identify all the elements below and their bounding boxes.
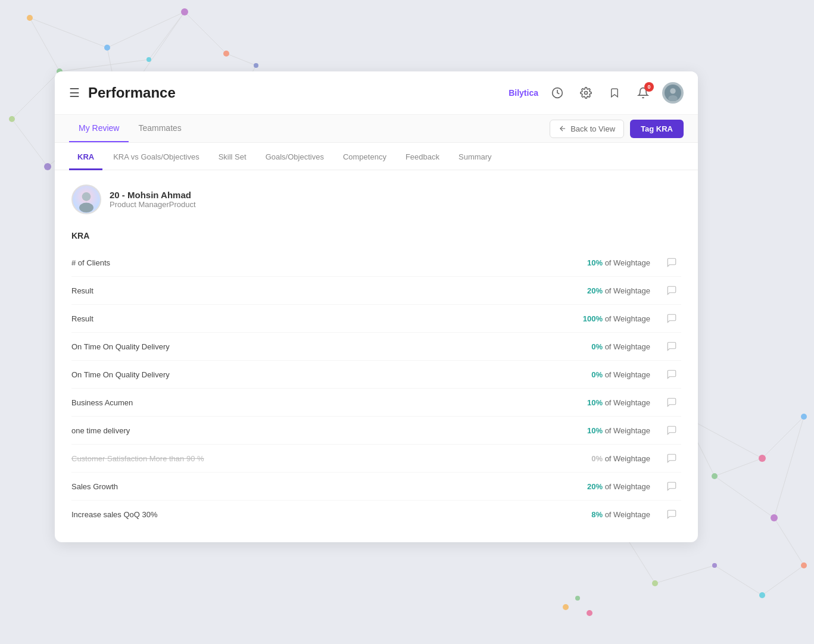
svg-line-1 [107, 12, 185, 48]
kra-row: one time delivery10% of Weightage [71, 417, 681, 445]
sub-nav-my-review[interactable]: My Review [69, 115, 129, 142]
svg-line-2 [30, 18, 60, 71]
back-to-view-button[interactable]: Back to View [550, 120, 624, 138]
kra-row-percent: 100% [583, 314, 603, 323]
kra-row-percent: 8% [591, 510, 603, 519]
svg-point-48 [759, 592, 765, 598]
kra-comment-icon[interactable] [662, 425, 681, 436]
svg-point-49 [712, 563, 717, 568]
svg-line-11 [12, 119, 48, 167]
kra-row-weight: 100% of Weightage [567, 314, 662, 323]
kra-comment-icon[interactable] [662, 285, 681, 296]
tab-kra[interactable]: KRA [69, 143, 102, 170]
kra-row-weight-label: of Weightage [603, 258, 650, 267]
kra-row-name: Result [71, 286, 567, 295]
kra-row-percent: 20% [587, 286, 603, 295]
kra-comment-icon[interactable] [662, 453, 681, 464]
svg-line-0 [30, 18, 107, 48]
kra-comment-icon[interactable] [662, 397, 681, 408]
kra-row-weight-label: of Weightage [603, 454, 650, 463]
svg-point-21 [146, 57, 151, 62]
kra-row-weight: 20% of Weightage [567, 482, 662, 491]
kra-row-percent: 0% [591, 370, 603, 379]
svg-line-7 [149, 12, 185, 60]
svg-line-40 [625, 536, 655, 583]
tab-feedback[interactable]: Feedback [397, 143, 448, 170]
svg-line-10 [12, 71, 60, 119]
kra-comment-icon[interactable] [662, 257, 681, 268]
svg-line-33 [715, 458, 762, 476]
kra-comment-icon[interactable] [662, 341, 681, 352]
kra-comment-icon[interactable] [662, 369, 681, 380]
kra-comment-icon[interactable] [662, 509, 681, 520]
tab-skill-set[interactable]: Skill Set [210, 143, 255, 170]
sub-nav-teammates[interactable]: Teammates [129, 115, 191, 142]
kra-row-weight: 0% of Weightage [567, 454, 662, 463]
kra-row: On Time On Quality Delivery0% of Weighta… [71, 333, 681, 361]
kra-row-weight-label: of Weightage [603, 510, 650, 519]
kra-row-name: # of Clients [71, 258, 567, 267]
kra-row-weight-label: of Weightage [603, 398, 650, 407]
kra-row-name: On Time On Quality Delivery [71, 342, 567, 351]
svg-point-59 [587, 610, 592, 616]
svg-point-43 [759, 455, 766, 462]
tab-competency[interactable]: Competency [335, 143, 395, 170]
kra-comment-icon[interactable] [662, 481, 681, 492]
kra-section-label: KRA [71, 231, 681, 240]
hamburger-icon[interactable]: ☰ [69, 86, 80, 100]
svg-point-61 [585, 92, 588, 95]
kra-row-weight-label: of Weightage [603, 482, 650, 491]
kra-row-weight-label: of Weightage [603, 342, 650, 351]
tabs: KRA KRA vs Goals/Objectives Skill Set Go… [55, 143, 698, 170]
kra-row-weight: 10% of Weightage [567, 426, 662, 435]
kra-row-weight: 8% of Weightage [567, 510, 662, 519]
kra-row: Sales Growth20% of Weightage [71, 473, 681, 501]
kra-row-weight-label: of Weightage [603, 426, 650, 435]
kra-row-weight-label: of Weightage [603, 370, 650, 379]
svg-line-35 [774, 417, 804, 518]
gear-icon[interactable] [576, 83, 595, 102]
svg-point-47 [801, 562, 807, 568]
kra-row-weight: 0% of Weightage [567, 370, 662, 379]
svg-line-6 [60, 60, 149, 71]
tab-kra-vs-goals[interactable]: KRA vs Goals/Objectives [105, 143, 208, 170]
kra-row: # of Clients10% of Weightage [71, 249, 681, 277]
svg-point-57 [563, 604, 569, 610]
bell-icon[interactable]: 0 [634, 83, 653, 102]
kra-comment-icon[interactable] [662, 313, 681, 324]
kra-row: Customer Satisfaction More than 90 %0% o… [71, 445, 681, 473]
user-details: 20 - Mohsin Ahmad Product ManagerProduct [110, 190, 196, 209]
kra-row: Result20% of Weightage [71, 277, 681, 305]
clock-icon[interactable] [548, 83, 567, 102]
svg-point-17 [104, 45, 110, 51]
kra-row-name: one time delivery [71, 426, 567, 435]
svg-point-23 [254, 63, 258, 68]
tab-summary[interactable]: Summary [450, 143, 500, 170]
kra-row-weight: 10% of Weightage [567, 398, 662, 407]
tag-kra-button[interactable]: Tag KRA [630, 120, 684, 138]
kra-row: Result100% of Weightage [71, 305, 681, 333]
app-header: ☰ Performance Bilytica [55, 71, 698, 115]
svg-point-58 [575, 596, 580, 601]
kra-row-name: Result [71, 314, 567, 323]
svg-line-38 [715, 565, 762, 595]
kra-row-percent: 10% [587, 398, 603, 407]
svg-point-22 [223, 51, 229, 57]
kra-row-percent: 20% [587, 482, 603, 491]
bookmark-icon[interactable] [605, 83, 624, 102]
kra-row-name: On Time On Quality Delivery [71, 370, 567, 379]
user-name: 20 - Mohsin Ahmad [110, 190, 196, 200]
sub-nav-right: Back to View Tag KRA [550, 120, 684, 138]
svg-line-37 [762, 565, 804, 595]
svg-line-9 [226, 54, 256, 65]
tab-goals-objectives[interactable]: Goals/Objectives [257, 143, 332, 170]
kra-row-weight-label: of Weightage [603, 286, 650, 295]
avatar[interactable] [662, 82, 684, 104]
kra-row-name: Business Acumen [71, 398, 567, 407]
kra-row: On Time On Quality Delivery0% of Weighta… [71, 361, 681, 389]
svg-point-63 [670, 88, 675, 93]
svg-point-67 [82, 192, 91, 201]
kra-row-name: Increase sales QoQ 30% [71, 510, 567, 519]
svg-line-31 [762, 417, 804, 458]
svg-point-18 [181, 8, 188, 15]
